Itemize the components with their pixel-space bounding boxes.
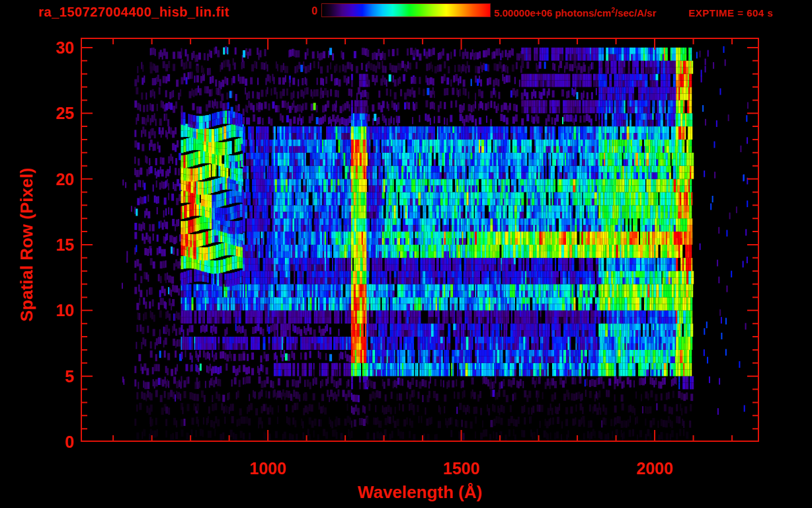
idl-display-window: ra_150727004400_hisb_lin.fit 0 5.00000e+… <box>0 0 812 508</box>
exptime-label: EXPTIME = 604 s <box>688 7 773 19</box>
colorbar-max-units: /sec/A/sr <box>615 7 657 19</box>
y-axis-title: Spatial Row (Pixel) <box>17 168 37 322</box>
y-tick-label: 5 <box>19 366 74 386</box>
colorbar-max-text: 5.00000e+06 photons/cm <box>494 7 611 19</box>
y-tick-label: 30 <box>19 38 74 58</box>
y-tick-label: 0 <box>19 432 74 452</box>
y-tick-label: 25 <box>19 103 74 123</box>
x-tick-label: 1500 <box>443 459 480 478</box>
colorbar-max-label: 5.00000e+06 photons/cm2/sec/A/sr <box>494 7 656 19</box>
x-axis-title: Wavelength (Å) <box>358 482 482 503</box>
x-tick-label: 1000 <box>249 459 286 478</box>
page-title: ra_150727004400_hisb_lin.fit <box>38 5 229 20</box>
colorbar-gradient <box>321 3 491 17</box>
spectral-heatmap-canvas <box>81 38 759 442</box>
x-tick-label: 2000 <box>636 459 673 478</box>
colorbar-min-label: 0 <box>299 5 317 17</box>
